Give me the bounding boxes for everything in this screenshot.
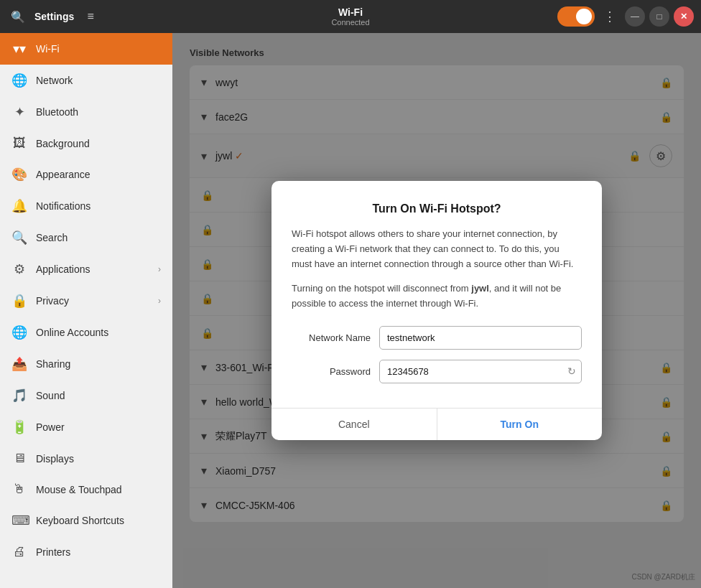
sidebar-label-notifications: Notifications	[36, 200, 90, 212]
sidebar-item-sharing[interactable]: 📤 Sharing	[0, 348, 172, 380]
displays-icon: 🖥	[11, 451, 27, 466]
kebab-menu-button[interactable]: ⋮	[599, 6, 621, 27]
network-name-label: Network Name	[292, 332, 371, 343]
sidebar-item-online-accounts[interactable]: 🌐 Online Accounts	[0, 317, 172, 348]
sidebar-item-keyboard[interactable]: ⌨ Keyboard Shortcuts	[0, 505, 172, 536]
sidebar-item-network[interactable]: 🌐 Network	[0, 65, 172, 96]
sidebar-label-wifi: Wi-Fi	[36, 43, 60, 55]
sidebar-item-search[interactable]: 🔍 Search	[0, 222, 172, 253]
sidebar-label-sharing: Sharing	[36, 358, 70, 370]
network-name-row: Network Name	[292, 326, 582, 350]
sound-icon: 🎵	[11, 388, 27, 403]
sidebar-item-bluetooth[interactable]: ✦ Bluetooth	[0, 96, 172, 128]
hamburger-button[interactable]: ≡	[80, 6, 101, 27]
sidebar-item-wifi[interactable]: ▾▾ Wi-Fi	[0, 33, 172, 65]
password-wrapper: ↻	[379, 360, 582, 383]
sidebar-item-notifications[interactable]: 🔔 Notifications	[0, 190, 172, 222]
modal-desc2-network: jywl	[471, 283, 489, 294]
sidebar-item-privacy[interactable]: 🔒 Privacy ›	[0, 285, 172, 317]
network-icon: 🌐	[11, 73, 27, 88]
password-row: Password ↻	[292, 360, 582, 383]
sidebar-item-displays[interactable]: 🖥 Displays	[0, 443, 172, 474]
titlebar: 🔍 Settings ≡ Wi-Fi Connected ⋮ — □ ✕	[0, 0, 701, 33]
sidebar-label-applications: Applications	[36, 263, 90, 275]
modal-overlay: Turn On Wi-Fi Hotspot? Wi-Fi hotspot all…	[172, 33, 701, 588]
titlebar-page-title: Wi-Fi	[338, 6, 363, 19]
sidebar-label-power: Power	[36, 421, 65, 433]
network-name-input[interactable]	[379, 326, 582, 350]
sidebar: ▾▾ Wi-Fi 🌐 Network ✦ Bluetooth 🖼 Backgro…	[0, 33, 172, 588]
sidebar-item-power[interactable]: 🔋 Power	[0, 411, 172, 443]
online-accounts-icon: 🌐	[11, 325, 27, 340]
mouse-icon: 🖱	[11, 482, 27, 497]
power-icon: 🔋	[11, 419, 27, 435]
modal-description-1: Wi-Fi hotspot allows others to share you…	[292, 227, 582, 271]
search-icon: 🔍	[11, 10, 25, 24]
modal-description-2: Turning on the hotspot will disconnect f…	[292, 281, 582, 312]
printers-icon: 🖨	[11, 544, 27, 559]
modal-desc2-prefix: Turning on the hotspot will disconnect f…	[292, 283, 471, 294]
sidebar-label-online-accounts: Online Accounts	[36, 327, 108, 338]
hotspot-modal: Turn On Wi-Fi Hotspot? Wi-Fi hotspot all…	[271, 181, 602, 440]
turn-on-button[interactable]: Turn On	[437, 409, 603, 440]
refresh-icon[interactable]: ↻	[567, 365, 576, 377]
sidebar-label-search: Search	[36, 232, 68, 243]
sidebar-label-bluetooth: Bluetooth	[36, 106, 78, 118]
sidebar-label-keyboard: Keyboard Shortcuts	[36, 515, 124, 526]
sidebar-item-applications[interactable]: ⚙ Applications ›	[0, 253, 172, 285]
wifi-toggle[interactable]	[557, 6, 595, 27]
modal-body: Turn On Wi-Fi Hotspot? Wi-Fi hotspot all…	[271, 181, 602, 408]
applications-chevron: ›	[158, 264, 161, 274]
notifications-icon: 🔔	[11, 198, 27, 214]
window-minimize-button[interactable]: —	[625, 6, 645, 27]
kebab-icon: ⋮	[603, 9, 616, 24]
sidebar-label-mouse: Mouse & Touchpad	[36, 484, 122, 495]
content-area: Visible Networks ▾ wwyt 🔒 ▾ face2G 🔒 ▾	[172, 33, 701, 588]
password-input[interactable]	[379, 360, 582, 383]
wifi-icon: ▾▾	[11, 41, 27, 57]
sidebar-label-background: Background	[36, 138, 90, 149]
sidebar-label-printers: Printers	[36, 546, 70, 558]
modal-title: Turn On Wi-Fi Hotspot?	[292, 202, 582, 215]
sharing-icon: 📤	[11, 356, 27, 372]
cancel-button[interactable]: Cancel	[271, 409, 437, 440]
sidebar-item-background[interactable]: 🖼 Background	[0, 128, 172, 159]
sidebar-label-sound: Sound	[36, 390, 65, 401]
app-title: Settings	[34, 11, 74, 22]
background-icon: 🖼	[11, 136, 27, 151]
titlebar-right: ⋮ — □ ✕	[557, 6, 694, 27]
appearance-icon: 🎨	[11, 167, 27, 182]
sidebar-label-network: Network	[36, 75, 73, 86]
titlebar-left: 🔍 Settings ≡	[7, 6, 101, 27]
window-maximize-button[interactable]: □	[649, 6, 669, 27]
search-sidebar-icon: 🔍	[11, 230, 27, 246]
modal-actions: Cancel Turn On	[271, 409, 602, 440]
sidebar-item-printers[interactable]: 🖨 Printers	[0, 536, 172, 567]
titlebar-search-button[interactable]: 🔍	[7, 6, 29, 27]
privacy-icon: 🔒	[11, 293, 27, 309]
hamburger-icon: ≡	[88, 10, 94, 23]
window-close-button[interactable]: ✕	[674, 6, 694, 27]
keyboard-icon: ⌨	[11, 513, 27, 528]
titlebar-subtitle: Connected	[331, 18, 369, 27]
sidebar-item-mouse[interactable]: 🖱 Mouse & Touchpad	[0, 474, 172, 505]
titlebar-center: Wi-Fi Connected	[331, 6, 369, 27]
password-label: Password	[292, 366, 371, 377]
privacy-chevron: ›	[158, 296, 161, 306]
main-layout: ▾▾ Wi-Fi 🌐 Network ✦ Bluetooth 🖼 Backgro…	[0, 33, 701, 588]
sidebar-item-sound[interactable]: 🎵 Sound	[0, 380, 172, 411]
modal-form: Network Name Password ↻	[292, 326, 582, 383]
bluetooth-icon: ✦	[11, 104, 27, 120]
sidebar-item-appearance[interactable]: 🎨 Appearance	[0, 159, 172, 190]
sidebar-label-privacy: Privacy	[36, 295, 69, 307]
sidebar-label-displays: Displays	[36, 453, 74, 465]
applications-icon: ⚙	[11, 261, 27, 277]
sidebar-label-appearance: Appearance	[36, 169, 90, 180]
